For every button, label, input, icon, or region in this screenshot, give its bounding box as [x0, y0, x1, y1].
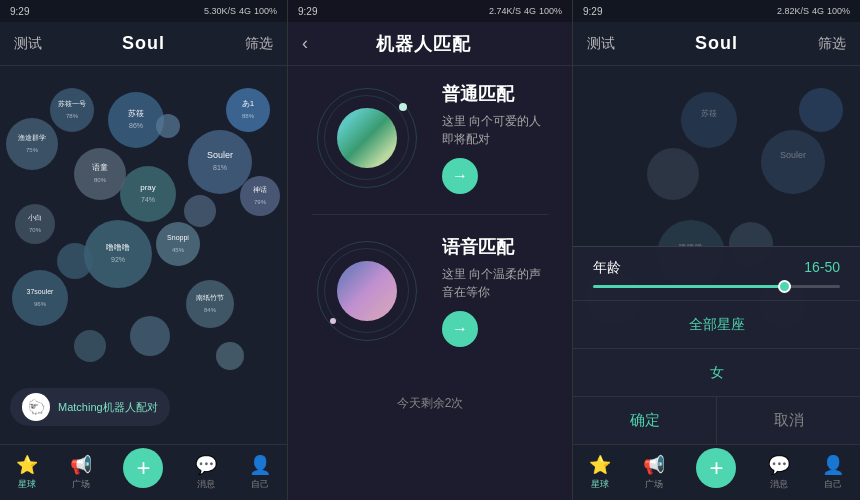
filter-action-row: 确定 取消 — [573, 397, 860, 444]
svg-text:75%: 75% — [26, 147, 39, 153]
svg-point-40 — [184, 195, 216, 227]
star-icon: ⭐ — [16, 454, 38, 476]
app-title-3: Soul — [695, 33, 738, 54]
normal-match-info: 普通匹配 这里 向个可爱的人 即将配对 → — [442, 82, 548, 194]
gender-filter-row[interactable]: 女 — [573, 349, 860, 397]
voice-match-go-button[interactable]: → — [442, 311, 478, 347]
nav-profile-label: 自己 — [251, 478, 269, 491]
nav-broadcast-label-3: 广场 — [645, 478, 663, 491]
nav-star[interactable]: ⭐ 星球 — [16, 454, 38, 491]
svg-point-36 — [240, 176, 280, 216]
age-filter-labels: 年龄 16-50 — [593, 259, 840, 277]
svg-text:渔途群学: 渔途群学 — [18, 134, 46, 141]
filter-overlay: 年龄 16-50 全部星座 女 确定 取消 — [573, 246, 860, 444]
header-left-1[interactable]: 测试 — [14, 35, 42, 53]
svg-point-24 — [156, 222, 200, 266]
panel-robot-match: 9:29 2.74K/S 4G 100% ‹ 机器人匹配 普通匹配 这里 向 — [287, 0, 573, 500]
bottom-nav-1: ⭐ 星球 📢 广场 + 💬 消息 👤 自己 — [0, 444, 287, 500]
age-slider-track[interactable] — [593, 285, 840, 288]
battery-1: 100% — [254, 6, 277, 16]
bubble-canvas: 苏筱 86% 渔途群学 75% 苏筱一号 78% pray 74% Souler… — [0, 66, 287, 426]
voice-match-desc: 这里 向个温柔的声 音在等你 — [442, 265, 548, 301]
svg-text:pray: pray — [140, 183, 156, 192]
status-icons-1: 5.30K/S 4G 100% — [204, 6, 277, 16]
back-button[interactable]: ‹ — [302, 33, 308, 54]
svg-text:噜噜噜: 噜噜噜 — [106, 243, 130, 252]
nav-messages-3[interactable]: 💬 消息 — [768, 454, 790, 491]
svg-point-15 — [74, 148, 126, 200]
svg-text:南纸竹节: 南纸竹节 — [196, 294, 224, 301]
network-3: 4G — [812, 6, 824, 16]
speed-2: 2.74K/S — [489, 6, 521, 16]
confirm-button[interactable]: 确定 — [573, 397, 716, 444]
nav-star-label-3: 星球 — [591, 478, 609, 491]
header-1: 测试 Soul 筛选 — [0, 22, 287, 66]
nav-profile-label-3: 自己 — [824, 478, 842, 491]
nav-broadcast-label: 广场 — [72, 478, 90, 491]
nav-broadcast[interactable]: 📢 广场 — [70, 454, 92, 491]
normal-match-planet — [312, 83, 422, 193]
svg-point-27 — [12, 270, 68, 326]
nav-broadcast-3[interactable]: 📢 广场 — [643, 454, 665, 491]
add-button[interactable]: + — [123, 448, 163, 488]
nav-messages[interactable]: 💬 消息 — [195, 454, 217, 491]
header-2: ‹ 机器人匹配 — [288, 22, 572, 66]
svg-text:Souler: Souler — [207, 150, 233, 160]
svg-text:语童: 语童 — [92, 163, 108, 172]
matching-banner[interactable]: 🐑 Matching机器人配对 — [10, 388, 170, 426]
svg-point-33 — [226, 88, 270, 132]
svg-point-12 — [188, 130, 252, 194]
status-icons-3: 2.82K/S 4G 100% — [777, 6, 850, 16]
filter-button-1[interactable]: 筛选 — [245, 35, 273, 53]
svg-text:小白: 小白 — [28, 214, 42, 221]
svg-text:苏筱: 苏筱 — [128, 109, 144, 118]
planet-core-1 — [337, 108, 397, 168]
add-button-3[interactable]: + — [696, 448, 736, 488]
speed-3: 2.82K/S — [777, 6, 809, 16]
status-bar-1: 9:29 5.30K/S 4G 100% — [0, 0, 287, 22]
speed-1: 5.30K/S — [204, 6, 236, 16]
network-1: 4G — [239, 6, 251, 16]
svg-text:96%: 96% — [34, 301, 47, 307]
svg-point-30 — [186, 280, 234, 328]
profile-icon: 👤 — [249, 454, 271, 476]
constellation-filter-row[interactable]: 全部星座 — [573, 301, 860, 349]
svg-text:70%: 70% — [29, 227, 42, 233]
normal-match-go-button[interactable]: → — [442, 158, 478, 194]
age-filter-row: 年龄 16-50 — [573, 247, 860, 301]
nav-profile[interactable]: 👤 自己 — [249, 454, 271, 491]
svg-text:あ1: あ1 — [242, 99, 255, 108]
bottom-nav-3: ⭐ 星球 📢 广场 + 💬 消息 👤 自己 — [573, 444, 860, 500]
svg-point-0 — [108, 92, 164, 148]
gender-label: 女 — [710, 364, 724, 380]
message-icon: 💬 — [195, 454, 217, 476]
profile-icon-3: 👤 — [822, 454, 844, 476]
app-title-1: Soul — [122, 33, 165, 54]
time-1: 9:29 — [10, 6, 29, 17]
age-slider-thumb[interactable] — [778, 280, 791, 293]
voice-match-title: 语音匹配 — [442, 235, 548, 259]
header-3: 测试 Soul 筛选 — [573, 22, 860, 66]
svg-text:78%: 78% — [66, 113, 79, 119]
header-left-3[interactable]: 测试 — [587, 35, 615, 53]
svg-point-39 — [156, 114, 180, 138]
normal-match-title: 普通匹配 — [442, 82, 548, 106]
nav-star-3[interactable]: ⭐ 星球 — [589, 454, 611, 491]
svg-text:80%: 80% — [94, 177, 107, 183]
voice-match-planet — [312, 236, 422, 346]
svg-point-6 — [50, 88, 94, 132]
age-filter-value: 16-50 — [804, 259, 840, 277]
svg-point-43 — [216, 342, 244, 370]
matching-text: Matching机器人配对 — [58, 400, 158, 415]
svg-point-42 — [130, 316, 170, 356]
nav-profile-3[interactable]: 👤 自己 — [822, 454, 844, 491]
filter-button-3[interactable]: 筛选 — [818, 35, 846, 53]
star-icon-3: ⭐ — [589, 454, 611, 476]
svg-text:79%: 79% — [254, 199, 267, 205]
svg-text:81%: 81% — [213, 164, 227, 171]
match-container: 普通匹配 这里 向个可爱的人 即将配对 → 语音匹配 这里 向个温柔的声 音在等… — [288, 66, 572, 466]
constellation-label: 全部星座 — [689, 316, 745, 332]
network-2: 4G — [524, 6, 536, 16]
cancel-button[interactable]: 取消 — [716, 397, 860, 444]
svg-text:86%: 86% — [129, 122, 143, 129]
